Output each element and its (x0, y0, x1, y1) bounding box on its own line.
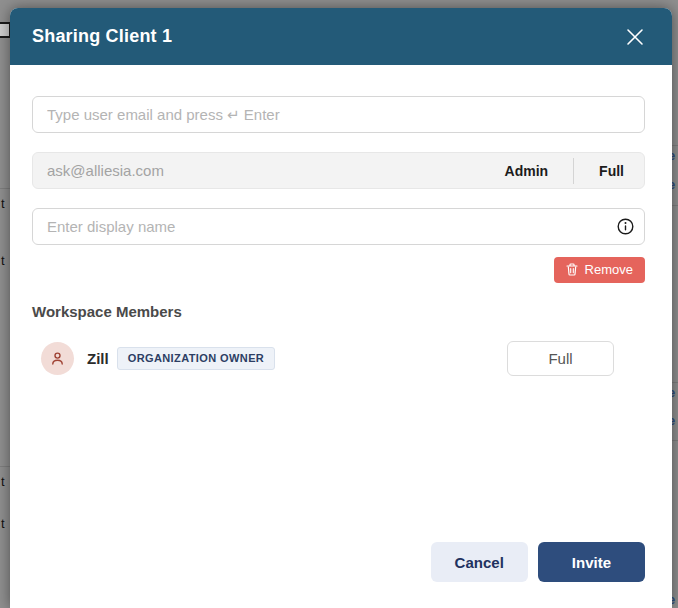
member-access-button[interactable]: Full (507, 341, 614, 376)
pending-access-full[interactable]: Full (599, 163, 624, 179)
permissions-divider (573, 158, 574, 184)
close-icon[interactable] (622, 24, 648, 50)
remove-button[interactable]: Remove (554, 257, 645, 283)
backdrop-divider (0, 188, 10, 189)
member-row: Zill ORGANIZATION OWNER Full (32, 340, 645, 376)
backdrop-divider (0, 466, 10, 467)
backdrop-text-fragment: t (1, 516, 5, 531)
email-input[interactable] (32, 96, 645, 133)
backdrop-text-fragment: t (1, 253, 5, 268)
member-name: Zill (87, 350, 109, 367)
member-role-badge: ORGANIZATION OWNER (117, 347, 276, 370)
remove-row: Remove (554, 257, 645, 283)
backdrop-divider (672, 382, 678, 383)
avatar (41, 342, 74, 375)
backdrop-divider (672, 145, 678, 146)
pending-role-admin[interactable]: Admin (505, 163, 549, 179)
info-icon[interactable] (617, 218, 634, 235)
workspace-members-heading: Workspace Members (32, 303, 182, 320)
dialog-footer: Cancel Invite (431, 542, 645, 582)
invite-button[interactable]: Invite (538, 542, 645, 582)
dialog-title: Sharing Client 1 (32, 26, 172, 47)
person-icon (50, 351, 65, 366)
backdrop-divider (672, 205, 678, 206)
sharing-dialog: Sharing Client 1 ask@alliesia.com Admin … (10, 8, 672, 608)
backdrop-divider (672, 440, 678, 441)
pending-invite-email: ask@alliesia.com (47, 162, 505, 179)
cancel-button[interactable]: Cancel (431, 542, 528, 582)
dialog-header: Sharing Client 1 (10, 8, 672, 65)
display-name-wrap (32, 208, 645, 245)
pending-invite-row: ask@alliesia.com Admin Full (32, 152, 645, 189)
trash-icon (566, 263, 578, 276)
backdrop-text-fragment: t (1, 196, 5, 211)
display-name-input[interactable] (32, 208, 645, 245)
backdrop-text-fragment: t (1, 474, 5, 489)
remove-button-label: Remove (585, 262, 633, 277)
